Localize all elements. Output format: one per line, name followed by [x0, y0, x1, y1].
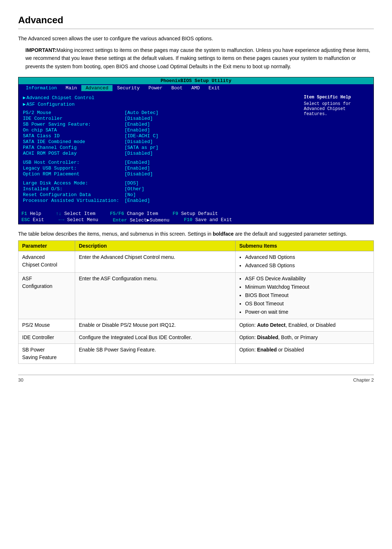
- setting-os-label: Installed O/S:: [23, 186, 124, 192]
- bios-title-bar: PhoenixBIOS Setup Utility: [19, 77, 373, 84]
- setting-pata[interactable]: PATA Channel Config [SATA as pr]: [23, 145, 297, 150]
- setting-sataide[interactable]: SATA IDE Combined mode [Disabled]: [23, 139, 297, 145]
- submenu-asf-label: ASF Configuration: [26, 102, 75, 107]
- setting-resetconfig[interactable]: Reset Configuration Data [No]: [23, 192, 297, 198]
- bios-submenu-asf[interactable]: ▶ ASF Configuration: [23, 101, 297, 107]
- chapter-label: Chapter 2: [353, 377, 374, 383]
- submenu-chipset-label: Advanced Chipset Control: [26, 95, 94, 101]
- setting-usb-value: [Enabled]: [124, 160, 150, 165]
- key-f1: F1: [21, 211, 27, 216]
- setting-sataclass[interactable]: SATA Class ID [IDE-ACHI C]: [23, 133, 297, 139]
- setting-optrom[interactable]: Option ROM Placement [Disabled]: [23, 171, 297, 177]
- submenu-cell: Option: Auto Detect, Enabled, or Disable…: [236, 319, 374, 332]
- submenu-cell: Option: Disabled, Both, or Primary: [236, 332, 374, 344]
- setting-usb[interactable]: USB Host Controller: [Enabled]: [23, 160, 297, 165]
- setting-ps2mouse-label: PS/2 Mouse: [23, 110, 124, 115]
- key-f5f6: F5/F6: [110, 211, 124, 216]
- submenu-cell: Option: Enabled or Disabled: [236, 344, 374, 364]
- setting-diskmode[interactable]: Large Disk Access Mode: [DOS]: [23, 180, 297, 186]
- desc-exit: Exit: [33, 217, 44, 223]
- desc-selectmenu: Select Menu: [67, 217, 98, 223]
- setting-ide[interactable]: IDE Controller [Disabled]: [23, 116, 297, 121]
- bios-footer: F1 Help ↑↓ Select Item F5/F6 Change Item…: [19, 210, 373, 224]
- bios-menu-power[interactable]: Power: [144, 85, 167, 91]
- footer-enter: Enter Select▶Submenu: [113, 217, 170, 223]
- intro-text: The Advanced screen allows the user to c…: [18, 35, 374, 42]
- desc-cell: Enter the ASF Configuration menu.: [75, 273, 236, 319]
- bios-menu-boot[interactable]: Boot: [167, 85, 187, 91]
- footer-f9: F9 Setup Default: [173, 211, 218, 216]
- bios-menu-amd[interactable]: AMD: [187, 85, 204, 91]
- bios-group-2: USB Host Controller: [Enabled] Legacy US…: [23, 160, 297, 177]
- bios-main-panel: ▶ Advanced Chipset Control ▶ ASF Configu…: [19, 93, 301, 208]
- setting-optrom-label: Option ROM Placement: [23, 171, 124, 177]
- list-item: Advanced NB Options: [245, 253, 370, 261]
- key-f9: F9: [173, 211, 179, 216]
- setting-achi[interactable]: ACHI ROM POST delay [Disabled]: [23, 151, 297, 156]
- arrow-icon-2: ▶: [23, 101, 26, 107]
- bios-menu-information[interactable]: Information: [21, 85, 61, 91]
- desc-saveexit: Save and Exit: [195, 217, 232, 223]
- footer-updown: ↑↓ Select Item: [56, 211, 95, 216]
- desc-setupdefault: Setup Default: [181, 211, 218, 216]
- list-item: Minimum Watchdog Timeout: [245, 283, 370, 291]
- bios-menu-advanced[interactable]: Advanced: [81, 85, 113, 91]
- setting-sataide-label: SATA IDE Combined mode: [23, 139, 124, 145]
- submenu-cell: Advanced NB Options Advanced SB Options: [236, 251, 374, 273]
- setting-os-value: [Other]: [124, 186, 144, 192]
- list-item: Advanced SB Options: [245, 262, 370, 269]
- setting-ide-value: [Disabled]: [124, 116, 153, 121]
- footer-esc: ESC Exit: [21, 217, 44, 223]
- bios-menu-main[interactable]: Main: [61, 85, 81, 91]
- bios-sidebar: Item Specific Help Select options for Ad…: [301, 93, 373, 208]
- setting-sata[interactable]: On chip SATA [Enabled]: [23, 127, 297, 133]
- desc-selectitem: Select Item: [64, 211, 95, 216]
- setting-sbpower[interactable]: SB Power Saving Feature: [Enabled]: [23, 122, 297, 127]
- param-cell: SB PowerSaving Feature: [19, 344, 75, 364]
- bios-submenu-chipset[interactable]: ▶ Advanced Chipset Control: [23, 95, 297, 101]
- setting-virt[interactable]: Processor Assisted Virtualization: [Enab…: [23, 198, 297, 203]
- table-header-submenu: Submenu Items: [236, 241, 374, 251]
- footer-f1: F1 Help: [21, 211, 41, 216]
- param-cell: IDE Controller: [19, 332, 75, 344]
- list-item: Power-on wait time: [245, 308, 370, 316]
- bios-footer-line-1: F1 Help ↑↓ Select Item F5/F6 Change Item…: [21, 211, 371, 216]
- footer-f10: F10 Save and Exit: [184, 217, 232, 223]
- footer-arrows: ←→ Select Menu: [58, 217, 98, 223]
- table-row: SB PowerSaving Feature Enable SB Power S…: [19, 344, 374, 364]
- setting-ps2mouse[interactable]: PS/2 Mouse [Auto Detec]: [23, 110, 297, 115]
- table-header-description: Description: [75, 241, 236, 251]
- setting-achi-value: [Disabled]: [124, 151, 153, 156]
- key-updown: ↑↓: [56, 211, 62, 216]
- desc-cell: Enter the Advanced Chipset Control menu.: [75, 251, 236, 273]
- bios-menu-bar: Information Main Advanced Security Power…: [19, 84, 373, 92]
- setting-sata-label: On chip SATA: [23, 127, 124, 133]
- sidebar-title: Item Specific Help: [304, 95, 371, 100]
- setting-sataclass-label: SATA Class ID: [23, 133, 124, 139]
- setting-legacyusb[interactable]: Legacy USB Support: [Enabled]: [23, 166, 297, 171]
- bios-group-1: PS/2 Mouse [Auto Detec] IDE Controller […: [23, 110, 297, 156]
- setting-sbpower-label: SB Power Saving Feature:: [23, 122, 124, 127]
- setting-sbpower-value: [Enabled]: [124, 122, 150, 127]
- submenu-cell: ASF OS Device Availability Minimum Watch…: [236, 273, 374, 319]
- setting-diskmode-value: [DOS]: [124, 180, 139, 186]
- desc-help: Help: [30, 211, 41, 216]
- table-row: PS/2 Mouse Enable or Disable PS/2 Mouse …: [19, 319, 374, 332]
- page-footer: 30 Chapter 2: [18, 375, 374, 383]
- setting-os[interactable]: Installed O/S: [Other]: [23, 186, 297, 192]
- bios-menu-security[interactable]: Security: [113, 85, 144, 91]
- setting-resetconfig-value: [No]: [124, 192, 136, 198]
- setting-pata-label: PATA Channel Config: [23, 145, 124, 150]
- bios-menu-exit[interactable]: Exit: [204, 85, 224, 91]
- page-number: 30: [18, 377, 23, 383]
- desc-cell: Enable or Disable PS/2 Mouse port IRQ12.: [75, 319, 236, 332]
- param-cell: ASFConfiguration: [19, 273, 75, 319]
- bios-screen: PhoenixBIOS Setup Utility Information Ma…: [18, 77, 374, 224]
- setting-diskmode-label: Large Disk Access Mode:: [23, 180, 124, 186]
- setting-virt-label: Processor Assisted Virtualization:: [23, 198, 124, 203]
- footer-f5f6: F5/F6 Change Item: [110, 211, 158, 216]
- param-cell: AdvancedChipset Control: [19, 251, 75, 273]
- table-row: AdvancedChipset Control Enter the Advanc…: [19, 251, 374, 273]
- setting-usb-label: USB Host Controller:: [23, 160, 124, 165]
- setting-sata-value: [Enabled]: [124, 127, 150, 133]
